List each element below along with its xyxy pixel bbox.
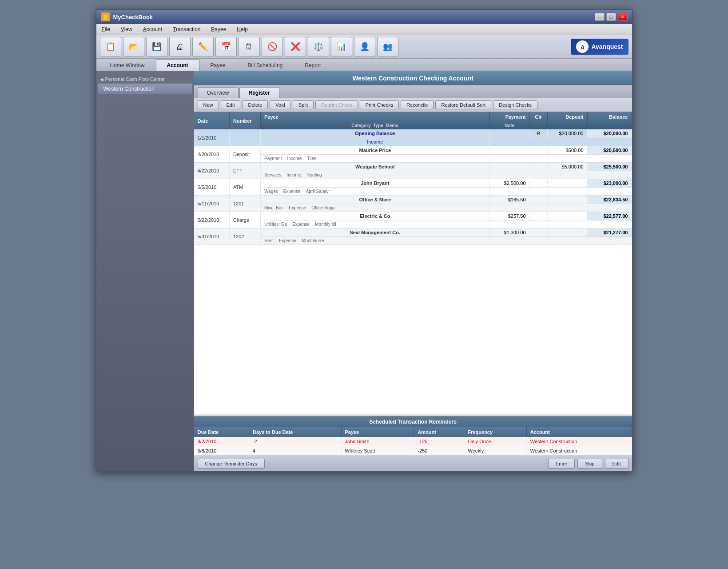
transaction-clr (529, 163, 547, 171)
bottom-bar: Change Reminder Days Enter Skip Edit (194, 456, 632, 471)
tab-overview[interactable]: Overview (198, 87, 239, 98)
toolbar-void[interactable]: 🚫 (262, 37, 283, 56)
transaction-sub: Misc. BusExpenseOffice Supp (261, 204, 490, 212)
table-row[interactable]: 5/11/2010 1201 Office & More $165.50 $22… (194, 196, 632, 204)
sched-account: Western Construction (526, 437, 632, 446)
nav-tab-report[interactable]: Report (294, 59, 332, 71)
transaction-balance: $22,834.50 (587, 196, 632, 204)
transaction-payee: Opening Balance (261, 129, 490, 138)
design-checks-button[interactable]: Design Checks (493, 100, 537, 109)
toolbar-edit[interactable]: ✏️ (192, 37, 214, 56)
minimize-button[interactable]: ─ (595, 13, 605, 21)
col-header-date: Date (194, 112, 230, 129)
toolbar-save[interactable]: 💾 (146, 37, 167, 56)
skip-button[interactable]: Skip (577, 459, 602, 469)
list-item[interactable]: 8/2/2010 -2 John Smith -125 Only Once We… (194, 437, 632, 446)
main-content: ◀ Personal Cash Flow Center Western Cons… (96, 71, 632, 471)
menu-account[interactable]: Account (141, 25, 164, 33)
toolbar-print[interactable]: 🖨 (169, 37, 191, 56)
nav-tab-home[interactable]: Home Window (99, 59, 156, 71)
transaction-note (489, 188, 632, 196)
change-reminder-days-button[interactable]: Change Reminder Days (198, 459, 265, 469)
transaction-sub: RentExpenseMonthly Re (261, 237, 490, 245)
list-item[interactable]: 6/8/2010 4 Whitney Scott -250 Weekly Wes… (194, 446, 632, 456)
menu-payee[interactable]: Payee (209, 25, 228, 33)
transaction-payment: $165.50 (489, 196, 529, 204)
col-header-deposit: Deposit (547, 112, 587, 122)
toolbar-delete[interactable]: ❌ (285, 37, 306, 56)
transaction-payment: $1,300.00 (489, 228, 529, 237)
transaction-balance: $25,500.00 (587, 163, 632, 171)
sidebar-section-header[interactable]: ◀ Personal Cash Flow Center (96, 75, 194, 84)
schedule-icon: 📅 (221, 42, 231, 52)
transaction-sub: WagesExpenseApril Salary (261, 188, 490, 196)
toolbar-balance[interactable]: ⚖️ (308, 37, 329, 56)
sched-col-amount: Amount (414, 427, 464, 437)
void-button[interactable]: Void (270, 100, 290, 109)
menu-view[interactable]: View (119, 25, 134, 33)
reconcile-button[interactable]: Reconcile (401, 100, 434, 109)
transaction-sub: ServicesIncomeRoofing (261, 171, 490, 179)
table-row[interactable]: 4/22/2010 EFT Westgate School $5,000.00 … (194, 163, 632, 171)
sched-col-payee: Payee (341, 427, 414, 437)
toolbar-open[interactable]: 📂 (123, 37, 144, 56)
transaction-number: Deposit (230, 146, 261, 163)
toolbar-calendar[interactable]: 🗓 (239, 37, 260, 56)
nav-tab-account[interactable]: Account (156, 59, 199, 71)
transaction-note (489, 155, 632, 163)
content-area: Western Construction Checking Account Ov… (194, 71, 632, 471)
menu-transaction[interactable]: Transaction (171, 25, 202, 33)
enter-button[interactable]: Enter (548, 459, 575, 469)
delete-icon: ❌ (290, 42, 300, 52)
print-checks-button[interactable]: Print Checks (360, 100, 399, 109)
table-row[interactable]: 1/1/2010 Opening Balance R $20,000.00 $2… (194, 129, 632, 138)
account-header: Western Construction Checking Account (194, 71, 632, 85)
edit-bottom-button[interactable]: Edit (605, 459, 629, 469)
new-button[interactable]: New (198, 100, 219, 109)
sched-col-due-date: Due Date (194, 427, 249, 437)
transaction-balance: $23,000.00 (587, 179, 632, 188)
brand-logo: a Avanquest (571, 39, 628, 55)
menu-help[interactable]: Help (235, 25, 250, 33)
scheduled-table: Due Date Days to Due Date Payee Amount F… (194, 427, 632, 456)
menu-file[interactable]: File (100, 25, 112, 33)
table-row[interactable]: 5/5/2010 ATM John Bryant $2,500.00 $23,0… (194, 179, 632, 188)
toolbar-schedule[interactable]: 📅 (215, 37, 237, 56)
transaction-number: Charge (230, 212, 261, 228)
print-icon: 🖨 (176, 42, 184, 52)
brand-logo-char: a (581, 43, 585, 50)
tab-register[interactable]: Register (239, 87, 279, 98)
close-button[interactable]: ✕ (618, 13, 628, 21)
toolbar-user1[interactable]: 👤 (354, 37, 375, 56)
transaction-number: 1201 (230, 196, 261, 212)
edit-button[interactable]: Edit (221, 100, 241, 109)
nav-tab-payee[interactable]: Payee (199, 59, 237, 71)
toolbar-new-account[interactable]: 📋 (100, 37, 121, 56)
split-button[interactable]: Split (293, 100, 314, 109)
restore-default-sort-button[interactable]: Restore Default Sort (435, 100, 491, 109)
maximize-button[interactable]: □ (606, 13, 616, 21)
reprint-check-button[interactable]: Reprint Check (315, 100, 358, 109)
toolbar-user2[interactable]: 👥 (377, 37, 398, 56)
transaction-clr (529, 212, 547, 220)
sub-header-category: Category Type Memo (261, 122, 490, 129)
transaction-sub: Income (261, 138, 490, 146)
sched-frequency: Only Once (464, 437, 526, 446)
brand-logo-icon: a (576, 40, 589, 53)
toolbar-reports[interactable]: 📊 (331, 37, 352, 56)
transaction-deposit (547, 228, 587, 237)
title-bar: 📒 MyCheckBook ─ □ ✕ (96, 10, 632, 24)
transaction-note (489, 237, 632, 245)
save-icon: 💾 (152, 42, 162, 52)
table-row[interactable]: 4/20/2010 Deposit Maurice Price $500.00 … (194, 146, 632, 155)
sidebar-item-western-construction[interactable]: Western Construction (98, 84, 192, 94)
transaction-balance: $22,577.00 (587, 212, 632, 220)
nav-tab-bill-scheduling[interactable]: Bill Scheduling (237, 59, 294, 71)
sub-header-note: Note (489, 122, 529, 129)
transaction-payee: Electric & Co (261, 212, 490, 220)
register-table[interactable]: Date Number Payee Payment Clr Deposit Ba… (194, 112, 632, 414)
sched-col-account: Account (526, 427, 632, 437)
delete-button[interactable]: Delete (242, 100, 268, 109)
table-row[interactable]: 5/22/2010 Charge Electric & Co $257.50 $… (194, 212, 632, 220)
table-row[interactable]: 5/31/2010 1202 Seal Management Co. $1,30… (194, 228, 632, 237)
